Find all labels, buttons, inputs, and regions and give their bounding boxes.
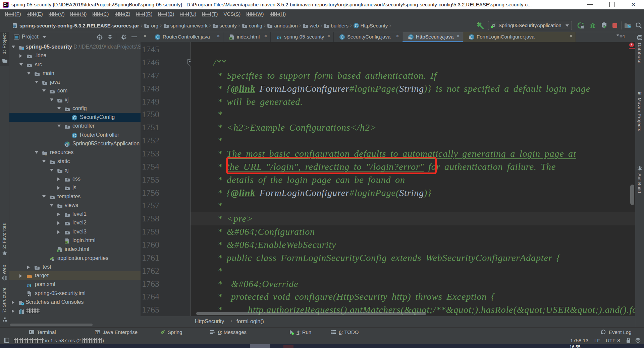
svg-text:C: C — [73, 133, 76, 138]
svg-text:m: m — [27, 282, 31, 288]
svg-text:EE: EE — [95, 331, 100, 334]
svg-text:H: H — [230, 37, 232, 40]
svg-text:C: C — [73, 116, 76, 120]
svg-text:C: C — [355, 23, 358, 28]
svg-text:C: C — [341, 35, 344, 40]
svg-text:H: H — [58, 250, 60, 253]
svg-text:J: J — [6, 4, 7, 7]
svg-text:m: m — [277, 34, 281, 40]
svg-text:H: H — [65, 241, 67, 244]
svg-text:C: C — [156, 35, 159, 40]
svg-text:m: m — [638, 90, 642, 95]
